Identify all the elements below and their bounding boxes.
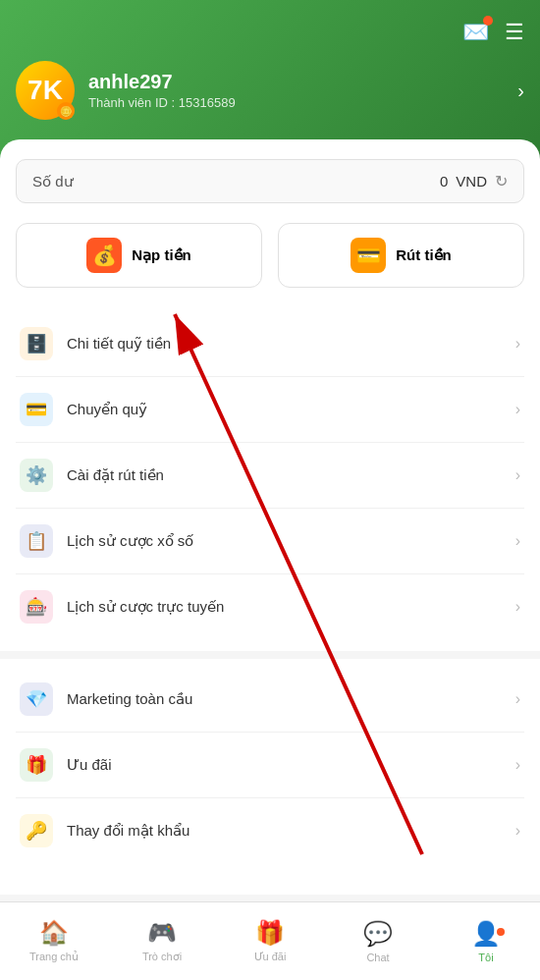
- menu-item-uu-dai[interactable]: 🎁 Ưu đãi ›: [16, 733, 524, 798]
- nav-uu-dai[interactable]: 🎁 Ưu đãi: [216, 911, 324, 971]
- mail-badge: [483, 16, 493, 26]
- username: anhle297: [88, 71, 504, 93]
- toi-label: Tôi: [478, 952, 493, 963]
- chat-label: Chat: [366, 952, 389, 963]
- bottom-nav: 🏠 Trang chủ 🎮 Trò chơi 🎁 Ưu đãi 💬 Chat 👤…: [0, 901, 540, 980]
- mail-icon[interactable]: ✉️: [462, 20, 489, 45]
- profile-arrow-icon[interactable]: ›: [517, 80, 524, 102]
- lich-su-tructuyen-arrow: ›: [515, 598, 520, 616]
- nap-tien-icon: 💰: [86, 238, 122, 273]
- balance-label: Số dư: [32, 173, 74, 191]
- header: ✉️ ☰ 7K 🪙 anhle297 Thành viên ID : 15316…: [0, 0, 540, 159]
- menu-item-mat-khau[interactable]: 🔑 Thay đổi mật khẩu ›: [16, 798, 524, 863]
- main-content: Số dư 0 VND ↻ 💰 Nạp tiền 💳 Rút tiền 🗄️ C…: [0, 139, 540, 895]
- lich-su-xoso-arrow: ›: [515, 532, 520, 550]
- nav-chat[interactable]: 💬 Chat: [324, 912, 432, 971]
- menu-item-marketing[interactable]: 💎 Marketing toàn cầu ›: [16, 667, 524, 733]
- balance-currency: VND: [456, 173, 487, 190]
- menu-group-2: 💎 Marketing toàn cầu › 🎁 Ưu đãi › 🔑 Thay…: [16, 667, 524, 863]
- uu-dai-nav-label: Ưu đãi: [254, 951, 287, 963]
- chuyen-quy-icon: 💳: [20, 393, 53, 426]
- lich-su-xoso-label: Lịch sử cược xổ số: [67, 532, 502, 550]
- header-icons: ✉️ ☰: [16, 20, 524, 45]
- nav-tro-choi[interactable]: 🎮 Trò chơi: [108, 911, 216, 971]
- lich-su-tructuyen-icon: 🎰: [20, 590, 53, 624]
- menu-icon[interactable]: ☰: [505, 20, 524, 45]
- nav-toi[interactable]: 👤 Tôi: [432, 912, 540, 971]
- mat-khau-arrow: ›: [515, 822, 520, 840]
- chuyen-quy-arrow: ›: [515, 401, 520, 418]
- avatar: 7K 🪙: [16, 61, 75, 120]
- lich-su-xoso-icon: 📋: [20, 524, 53, 558]
- cai-dat-rut-arrow: ›: [515, 466, 520, 484]
- uu-dai-arrow: ›: [515, 756, 520, 774]
- divider: [0, 651, 540, 659]
- menu-group-1: 🗄️ Chi tiết quỹ tiền › 💳 Chuyển quỹ › ⚙️…: [16, 311, 524, 639]
- menu-item-lich-su-xo-so[interactable]: 📋 Lịch sử cược xổ số ›: [16, 509, 524, 574]
- uu-dai-label: Ưu đãi: [67, 756, 502, 774]
- marketing-label: Marketing toàn cầu: [67, 690, 502, 708]
- action-buttons: 💰 Nạp tiền 💳 Rút tiền: [16, 223, 524, 288]
- chuyen-quy-label: Chuyển quỹ: [67, 401, 502, 418]
- nap-tien-button[interactable]: 💰 Nạp tiền: [16, 223, 262, 288]
- chat-icon: 💬: [363, 920, 393, 948]
- toi-dot: [497, 928, 505, 936]
- menu-item-lich-su-truc-tuyen[interactable]: 🎰 Lịch sử cược trực tuyến ›: [16, 574, 524, 639]
- balance-amount: 0: [440, 173, 448, 190]
- chi-tiet-quy-icon: 🗄️: [20, 327, 53, 360]
- rut-tien-button[interactable]: 💳 Rút tiền: [278, 223, 524, 288]
- marketing-arrow: ›: [515, 690, 520, 708]
- cai-dat-rut-label: Cài đặt rút tiền: [67, 466, 502, 484]
- refresh-icon[interactable]: ↻: [495, 172, 508, 191]
- menu-item-cai-dat-rut-tien[interactable]: ⚙️ Cài đặt rút tiền ›: [16, 443, 524, 509]
- cai-dat-rut-icon: ⚙️: [20, 459, 53, 492]
- tro-choi-label: Trò chơi: [142, 951, 182, 963]
- mat-khau-icon: 🔑: [20, 814, 53, 847]
- chi-tiet-quy-label: Chi tiết quỹ tiền: [67, 335, 502, 353]
- uu-dai-icon: 🎁: [20, 748, 53, 782]
- uu-dai-nav-icon: 🎁: [255, 919, 285, 947]
- menu-item-chi-tiet-quy-tien[interactable]: 🗄️ Chi tiết quỹ tiền ›: [16, 311, 524, 377]
- toi-icon-wrap: 👤: [471, 920, 501, 948]
- avatar-badge: 🪙: [57, 102, 75, 120]
- menu-item-chuyen-quy[interactable]: 💳 Chuyển quỹ ›: [16, 377, 524, 443]
- trang-chu-icon: 🏠: [39, 919, 69, 947]
- chi-tiet-quy-arrow: ›: [515, 335, 520, 353]
- nap-tien-label: Nạp tiền: [132, 246, 191, 264]
- balance-value: 0 VND ↻: [440, 172, 508, 191]
- mat-khau-label: Thay đổi mật khẩu: [67, 822, 502, 840]
- marketing-icon: 💎: [20, 682, 53, 716]
- rut-tien-label: Rút tiền: [396, 246, 451, 264]
- balance-row: Số dư 0 VND ↻: [16, 159, 524, 203]
- nav-trang-chu[interactable]: 🏠 Trang chủ: [0, 911, 108, 971]
- member-id: Thành viên ID : 15316589: [88, 95, 504, 110]
- profile-info: anhle297 Thành viên ID : 15316589: [88, 71, 504, 110]
- trang-chu-label: Trang chủ: [29, 951, 79, 963]
- tro-choi-icon: 🎮: [147, 919, 177, 947]
- rut-tien-icon: 💳: [351, 238, 386, 273]
- lich-su-tructuyen-label: Lịch sử cược trực tuyến: [67, 598, 502, 616]
- profile-section[interactable]: 7K 🪙 anhle297 Thành viên ID : 15316589 ›: [16, 61, 524, 120]
